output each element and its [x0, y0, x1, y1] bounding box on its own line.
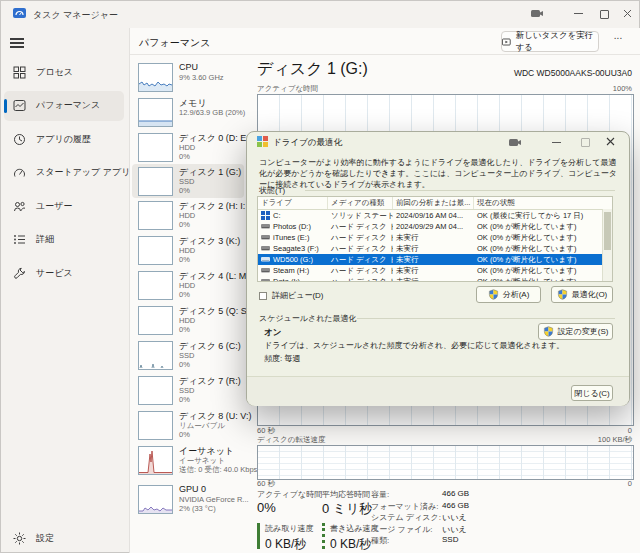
perf-item-disk8[interactable]: ディスク 8 (U: V:) リムーバブル 0% — [132, 408, 244, 442]
perf-item-gpu0[interactable]: GPU 0 NVIDIA GeForce R... 2% (33 °C) — [132, 482, 244, 516]
change-settings-button[interactable]: 設定の変更(S) — [538, 323, 613, 340]
read-speed-value: 0 KB/秒 — [265, 536, 313, 553]
perf-item-disk2[interactable]: ディスク 2 (H: I: J:) HDD 0% — [132, 198, 244, 232]
column-last-run[interactable]: 前回の分析または最... — [393, 197, 474, 209]
task-manager-window: タスク マネージャー プロセス — [0, 0, 640, 553]
drive-list: ドライブ メディアの種類 前回の分析または最... 現在の状態 C: ソリッド … — [257, 196, 613, 282]
sidebar-item-label: スタートアップ アプリ — [36, 166, 130, 179]
scrollbar-thumb[interactable] — [604, 212, 611, 250]
drive-row[interactable]: C: ソリッド ステート ドライブ 2024/09/16 AM 04... OK… — [258, 210, 612, 221]
schedule-group-line — [357, 318, 615, 319]
close-button-label: 閉じる(C) — [574, 388, 609, 399]
sidebar-item-settings[interactable]: 設定 — [4, 524, 124, 553]
column-drive[interactable]: ドライブ — [258, 197, 328, 209]
drive-row[interactable]: Photos (D:) ハード ディスク ドライブ 2024/09/29 AM … — [258, 221, 612, 232]
perf-item-disk0[interactable]: ディスク 0 (D: E: F:) HDD 0% — [132, 130, 244, 164]
gpu-sparkline — [138, 485, 173, 514]
disk-page-title: ディスク 1 (G:) — [257, 59, 368, 80]
perf-item-cpu[interactable]: CPU 9% 3.60 GHz — [132, 60, 244, 94]
perf-item-memory[interactable]: メモリ 12.9/63.9 GB (20%) — [132, 95, 244, 129]
sidebar-item-label: サービス — [36, 267, 73, 280]
sidebar-item-users[interactable]: ユーザー — [4, 192, 124, 222]
avg-response-stat-value: 0 ミリ秒 — [322, 500, 372, 518]
system-disk-label: システム ディスク: — [371, 512, 441, 523]
dialog-close-button[interactable] — [606, 137, 615, 146]
analyze-button[interactable]: 分析(A) — [476, 286, 541, 303]
transfer-rate-chart — [257, 445, 634, 480]
drive-icon — [261, 256, 270, 263]
perf-item-ethernet[interactable]: イーサネット イーサネット 送信: 0 受信: 40.0 Kbps — [132, 443, 244, 477]
drive-list-scrollbar[interactable] — [602, 209, 612, 281]
windows-drive-icon — [261, 211, 270, 220]
disk-sparkline — [138, 341, 173, 370]
users-icon — [13, 200, 26, 213]
sidebar-item-label: ユーザー — [36, 200, 72, 213]
sidebar-item-performance[interactable]: パフォーマンス — [4, 91, 124, 121]
gear-icon — [13, 532, 26, 545]
page-header-strip: パフォーマンス 新しいタスクを実行する ... — [130, 28, 640, 55]
window-titlebar: タスク マネージャー — [0, 0, 640, 28]
disk-sparkline — [138, 201, 173, 230]
startup-apps-icon — [13, 166, 26, 179]
close-dialog-button[interactable]: 閉じる(C) — [571, 385, 613, 401]
sidebar-item-startup-apps[interactable]: スタートアップ アプリ — [4, 158, 124, 188]
sidebar-item-processes[interactable]: プロセス — [4, 58, 124, 88]
capacity-label: 容量: — [371, 489, 389, 500]
column-media-type[interactable]: メディアの種類 — [328, 197, 393, 209]
dialog-maximize-button — [581, 138, 590, 147]
more-options-button[interactable]: ... — [607, 30, 629, 49]
detail-view-label: 詳細ビュー(D) — [272, 290, 323, 301]
detail-view-checkbox[interactable] — [259, 292, 267, 300]
avg-response-stat-label: 平均応答時間 — [322, 489, 370, 500]
page-file-value: いいえ — [442, 524, 467, 535]
sidebar-item-app-history[interactable]: アプリの履歴 — [4, 125, 124, 155]
maximize-button[interactable] — [600, 10, 609, 19]
details-icon — [13, 233, 26, 246]
close-button[interactable] — [623, 9, 632, 18]
window-title: タスク マネージャー — [33, 9, 118, 22]
camera-icon — [509, 138, 521, 147]
minimize-button[interactable] — [574, 13, 583, 14]
page-title: パフォーマンス — [139, 36, 210, 50]
read-speed-label: 読み取り速度 — [265, 523, 313, 534]
active-time-min: 0 — [628, 426, 632, 435]
hamburger-menu-icon[interactable] — [10, 38, 24, 48]
drive-row[interactable]: Seagate3 (F:) ハード ディスク ドライブ 未実行 OK (0% が… — [258, 243, 612, 254]
perf-item-disk7[interactable]: ディスク 7 (R:) SSD 0% — [132, 373, 244, 407]
drive-row-selected[interactable]: WD500 (G:) ハード ディスク ドライブ 未実行 OK (0% が断片化… — [258, 254, 612, 265]
optimize-button[interactable]: 最適化(O) — [551, 286, 613, 303]
formatted-value: 466 GB — [442, 501, 469, 510]
detail-view-checkbox-row[interactable]: 詳細ビュー(D) — [259, 290, 323, 301]
uac-shield-icon — [543, 326, 554, 337]
uac-shield-icon — [557, 289, 568, 300]
app-history-icon — [13, 133, 26, 146]
drive-row[interactable]: iTunes (E:) ハード ディスク ドライブ 未実行 OK (0% が断片… — [258, 232, 612, 243]
sidebar-item-services[interactable]: サービス — [4, 259, 124, 289]
perf-item-disk3[interactable]: ディスク 3 (K:) HDD 0% — [132, 233, 244, 267]
capacity-value: 466 GB — [442, 489, 469, 498]
run-new-task-button[interactable]: 新しいタスクを実行する — [501, 31, 599, 52]
cpu-sparkline — [138, 63, 173, 92]
camera-icon — [531, 9, 543, 18]
status-group-label: 状態(T) — [259, 185, 285, 196]
ethernet-sparkline — [138, 446, 173, 475]
dialog-titlebar: ドライブの最適化 — [247, 132, 629, 151]
schedule-description: ドライブは、スケジュールされた頻度で分析され、必要に応じて最適化されます。 — [264, 340, 564, 351]
sidebar-item-label: 設定 — [36, 532, 54, 545]
drive-row[interactable]: Data (I:) ハード ディスク ドライブ 未実行 OK (0% が断片化し… — [258, 276, 612, 282]
active-time-chart-max: 100% — [613, 84, 632, 93]
perf-item-disk1[interactable]: ディスク 1 (G:) SSD 0% — [132, 164, 244, 198]
selected-accent-bar — [4, 99, 7, 113]
column-current-status[interactable]: 現在の状態 — [474, 197, 605, 209]
transfer-rate-chart-max: 100 KB/秒 — [598, 435, 632, 445]
schedule-frequency: 頻度: 毎週 — [264, 353, 300, 364]
read-speed-stat: 読み取り速度 0 KB/秒 — [257, 523, 313, 549]
drive-row[interactable]: Steam (H:) ハード ディスク ドライブ 未実行 OK (0% が断片化… — [258, 265, 612, 276]
perf-item-disk5[interactable]: ディスク 5 (Q: S:) HDD 0% — [132, 303, 244, 337]
sidebar-item-details[interactable]: 詳細 — [4, 225, 124, 255]
system-disk-value: いいえ — [442, 512, 467, 523]
drive-icon — [261, 234, 270, 241]
dialog-minimize-button[interactable] — [552, 142, 561, 143]
perf-item-disk4[interactable]: ディスク 4 (L: M: N: O:) HDD 0% — [132, 268, 244, 302]
perf-item-disk6[interactable]: ディスク 6 (C:) SSD 0% — [132, 338, 244, 372]
